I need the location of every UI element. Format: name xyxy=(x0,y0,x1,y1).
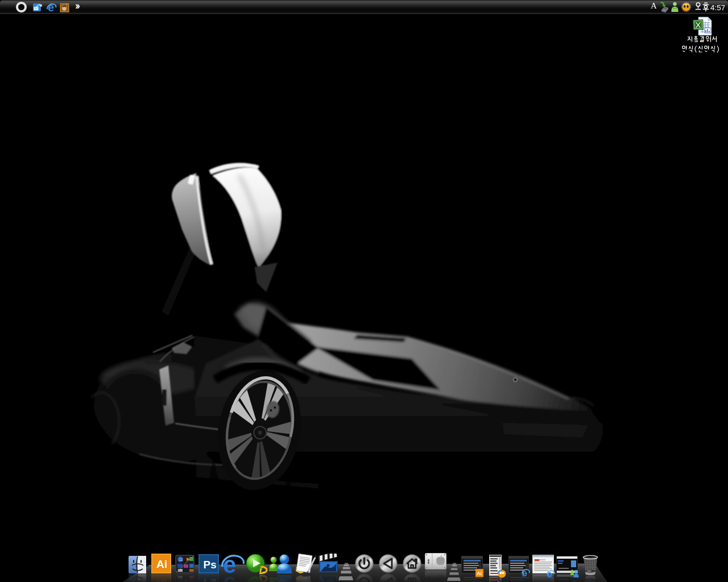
svg-text:e: e xyxy=(48,2,54,13)
svg-text:Ps: Ps xyxy=(204,559,217,571)
svg-text:11: 11 xyxy=(179,558,183,562)
svg-text:Ai: Ai xyxy=(477,571,482,576)
svg-text:4:57: 4:57 xyxy=(710,3,725,12)
svg-text:Ai: Ai xyxy=(156,558,167,570)
